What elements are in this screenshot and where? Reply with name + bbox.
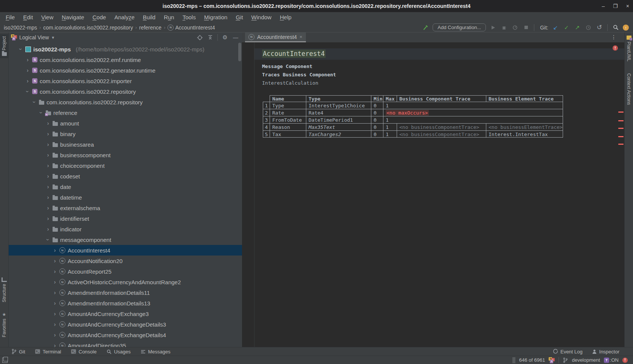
error-stripe-mark[interactable] [618, 112, 624, 113]
tree-item-activeorhistoriccurrencyandamountrange2[interactable]: ›NActiveOrHistoricCurrencyAndAmountRange… [9, 277, 242, 287]
coverage-icon[interactable] [511, 24, 519, 31]
toggle-badge-icon[interactable]: T [604, 358, 609, 363]
tool-stripe-project[interactable]: Project [0, 34, 8, 58]
error-stripe-mark[interactable] [618, 144, 624, 145]
tool-stripe-plantuml[interactable]: PlantUML [625, 36, 633, 62]
tree-item-com.iconsolutions.iso20022.emf.runtime[interactable]: ›Scom.iconsolutions.iso20022.emf.runtime [9, 54, 242, 65]
chevron-down-icon[interactable]: ▼ [51, 36, 55, 40]
chevron-expanded-icon[interactable]: › [31, 100, 37, 104]
chevron-collapsed-icon[interactable]: › [25, 57, 30, 63]
chevron-collapsed-icon[interactable]: › [46, 141, 50, 147]
toolwindow-button-messages[interactable]: Messages [141, 349, 171, 355]
root-node-title[interactable]: AccountInterest4 [262, 50, 326, 57]
menu-run[interactable]: Run [160, 12, 178, 23]
tree-item-businesscomponent[interactable]: ›businesscomponent [9, 150, 242, 160]
build-wrench-icon[interactable] [422, 24, 429, 31]
traces-label[interactable]: Traces Business Component [262, 72, 336, 77]
type-cell[interactable]: InterestType1Choice [306, 102, 371, 109]
tree-item-businessarea[interactable]: ›businessarea [9, 139, 242, 150]
tool-stripe-context-actions[interactable]: Context Actions [625, 73, 633, 105]
chevron-collapsed-icon[interactable]: › [53, 279, 57, 285]
tree-item-com.iconsolutions.iso20022.importer[interactable]: ›Scom.iconsolutions.iso20022.importer [9, 76, 242, 86]
tree-item-externalschema[interactable]: ›externalschema [9, 203, 242, 213]
error-stripe-mark[interactable] [618, 128, 624, 129]
menu-file[interactable]: File [2, 12, 19, 23]
chevron-collapsed-icon[interactable]: › [25, 78, 30, 84]
chevron-collapsed-icon[interactable]: › [46, 194, 50, 200]
menu-navigate[interactable]: Navigate [57, 12, 88, 23]
error-stripe-mark[interactable] [618, 136, 624, 137]
name-cell[interactable]: Tax [270, 130, 306, 138]
chevron-expanded-icon[interactable]: › [45, 237, 51, 242]
tool-window-switcher-icon[interactable] [2, 358, 8, 363]
add-configuration-button[interactable]: Add Configuration... [433, 23, 486, 31]
locate-icon[interactable] [195, 34, 204, 41]
tree-scrollbar[interactable] [238, 43, 241, 61]
git-update-icon[interactable]: ↙ [552, 24, 559, 31]
name-cell[interactable]: Type [270, 102, 306, 109]
tree-item-codeset[interactable]: ›codeset [9, 171, 242, 181]
row-number-cell[interactable]: 2 [263, 109, 270, 116]
max-cell[interactable]: <no maxOccurs> [383, 109, 563, 116]
run-icon[interactable] [489, 24, 497, 31]
tree-item-choicecomponent[interactable]: ›choicecomponent [9, 160, 242, 171]
business-component-trace-cell[interactable]: <no businessComponentTrace> [397, 123, 486, 130]
chevron-collapsed-icon[interactable]: › [53, 332, 57, 338]
toolwindow-button-terminal[interactable]: >_Terminal [35, 349, 61, 355]
git-commit-icon[interactable]: ✓ [563, 24, 570, 31]
menu-help[interactable]: Help [276, 12, 296, 23]
menu-analyze[interactable]: Analyze [110, 12, 138, 23]
toolwindow-button-inspector[interactable]: Inspector [592, 349, 619, 355]
menu-migration[interactable]: Migration [200, 12, 232, 23]
min-cell[interactable]: 0 [371, 109, 383, 116]
tree-item-datetime[interactable]: ›datetime [9, 192, 242, 203]
max-cell[interactable]: 1 [383, 123, 397, 130]
chevron-collapsed-icon[interactable]: › [46, 152, 50, 158]
chevron-expanded-icon[interactable]: › [38, 110, 44, 115]
chevron-expanded-icon[interactable]: › [25, 89, 31, 94]
tool-stripe-favorites[interactable]: ★ Favorites [0, 312, 8, 337]
position-indicator[interactable]: 646 of 6961 [519, 357, 545, 363]
inspection-error-icon[interactable]: ! [613, 45, 618, 51]
tree-item-indicator[interactable]: ›indicator [9, 224, 242, 234]
tree-item-accountnotification20[interactable]: ›NAccountNotification20 [9, 256, 242, 266]
type-cell[interactable]: TaxCharges2 [306, 130, 371, 138]
type-cell[interactable]: DateTimePeriod1 [306, 116, 371, 123]
business-element-trace-cell[interactable]: <no businessElementTrace> [486, 123, 563, 130]
close-button[interactable]: × [626, 3, 629, 9]
git-history-icon[interactable] [585, 24, 592, 31]
chevron-collapsed-icon[interactable]: › [53, 290, 57, 296]
git-branch-name[interactable]: development [572, 357, 600, 363]
row-number-cell[interactable]: 1 [263, 102, 270, 109]
breadcrumb-item[interactable]: reference [139, 25, 161, 31]
menu-window[interactable]: Window [247, 12, 276, 23]
tree-item-reference[interactable]: ›reference [9, 107, 242, 118]
min-cell[interactable]: 0 [371, 102, 383, 109]
chevron-collapsed-icon[interactable]: › [46, 215, 50, 221]
chevron-collapsed-icon[interactable]: › [53, 247, 57, 253]
error-notification-icon[interactable]: ! [622, 358, 628, 363]
menu-code[interactable]: Code [88, 12, 110, 23]
hide-icon[interactable]: — [231, 34, 240, 41]
min-cell[interactable]: 0 [371, 123, 383, 130]
git-push-icon[interactable]: ↗ [574, 24, 581, 31]
tree-item-binary[interactable]: ›binary [9, 129, 242, 139]
tree-item-amount[interactable]: ›amount [9, 118, 242, 129]
row-number-cell[interactable]: 3 [263, 116, 270, 123]
editor-content[interactable]: AccountInterest4 Message Component Trace… [242, 42, 625, 347]
type-cell[interactable]: Rate4 [306, 109, 371, 116]
tree-item-accountreport25[interactable]: ›NAccountReport25 [9, 266, 242, 277]
tree-item-identifierset[interactable]: ›identifierset [9, 213, 242, 224]
chevron-collapsed-icon[interactable]: › [53, 311, 57, 317]
name-cell[interactable]: Rate [270, 109, 306, 116]
close-icon[interactable]: × [299, 34, 303, 40]
type-cell[interactable]: Max35Text [306, 123, 371, 130]
tree-item-iso20022-mps[interactable]: ›iso20022-mps (/home/tomb/repos/iso20022… [9, 44, 242, 54]
search-icon[interactable] [612, 24, 619, 31]
chevron-collapsed-icon[interactable]: › [53, 342, 57, 347]
toolwindow-button-event-log[interactable]: Event Log [553, 349, 583, 355]
settings-gear-icon[interactable]: ⚙ [221, 34, 229, 41]
chevron-collapsed-icon[interactable]: › [46, 131, 50, 137]
tree-item-amountandcurrencyexchangedetails3[interactable]: ›NAmountAndCurrencyExchangeDetails3 [9, 319, 242, 330]
tool-stripe-structure[interactable]: Structure [0, 277, 8, 302]
